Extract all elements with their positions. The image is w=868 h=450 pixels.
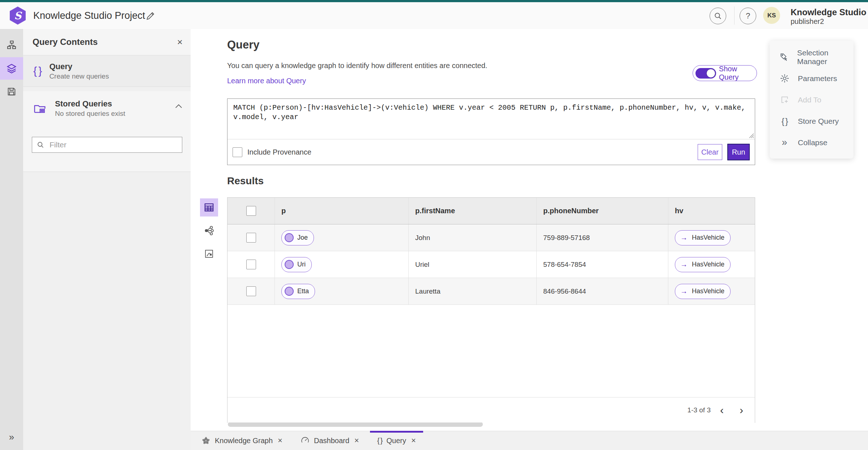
panel-header: Query Contents × [23,29,191,55]
edge-cell: → HasVehicle [668,278,755,304]
knowledge-graph-icon [201,436,210,445]
edge-chip-label: HasVehicle [692,234,724,241]
tab-label: Query [387,437,406,445]
previous-page-button[interactable]: ‹ [714,402,730,419]
node-chip[interactable]: Etta [281,284,315,299]
store-query-label: Store Query [798,117,839,126]
query-contents-panel: Query Contents × { } Query Create new qu… [23,29,191,450]
column-header-phonenumber[interactable]: p.phoneNumber [536,198,668,224]
table-row[interactable]: Etta Lauretta 846-956-8644 → HasVehicle [227,278,755,305]
project-title: Knowledge Studio Project [33,2,145,29]
clear-button[interactable]: Clear [698,144,722,160]
rail-save-button[interactable] [0,80,23,103]
node-chip[interactable]: Joe [281,230,314,245]
run-button[interactable]: Run [727,144,750,160]
rail-schema-button[interactable] [0,34,23,56]
user-info: Knowledge Studio publisher2 [791,7,866,26]
page-description: You can query a knowledge graph to ident… [227,62,487,70]
firstname-cell: Uriel [408,251,536,278]
page-title: Query [227,38,260,51]
toggle-switch[interactable] [695,68,716,79]
row-checkbox-cell [227,224,275,251]
graph-view-button[interactable] [200,222,218,240]
edge-chip-label: HasVehicle [692,261,724,268]
chevron-up-icon[interactable] [175,104,183,109]
stored-queries-filter[interactable] [32,137,182,153]
hierarchy-icon [7,40,17,50]
node-chip-label: Uri [297,261,306,268]
close-icon[interactable]: × [354,436,359,445]
double-chevron-right-icon: » [9,432,14,443]
user-avatar[interactable]: KS [763,7,780,24]
query-tools-panel: Selection Manager Parameters Add To [770,41,854,159]
table-footer: 1-3 of 3 ‹ › [227,397,755,422]
results-view-switcher [200,198,218,268]
search-icon [37,141,44,149]
phone-cell: 846-956-8644 [536,278,668,304]
include-provenance-checkbox[interactable] [233,147,242,157]
edge-chip[interactable]: → HasVehicle [675,284,731,299]
svg-text:S: S [14,10,22,22]
app-header: S Knowledge Studio Project ? KS Knowledg… [0,2,868,29]
column-header-hv[interactable]: hv [668,198,755,224]
column-header-p[interactable]: p [275,198,408,224]
collapse-item[interactable]: » Collapse [770,132,854,153]
main-content: Query You can query a knowledge graph to… [191,29,868,431]
save-floppy-icon [7,87,17,97]
query-textarea[interactable]: MATCH (p:Person)-[hv:HasVehicle]->(v:Veh… [227,99,755,139]
panel-close-button[interactable]: × [177,29,183,55]
appbar-divider [734,7,735,25]
close-icon[interactable]: × [278,436,282,445]
row-checkbox[interactable] [246,233,256,243]
query-item[interactable]: { } Query Create new queries [23,55,191,87]
close-icon: × [177,37,183,48]
table-row[interactable]: Joe John 759-889-57168 → HasVehicle [227,224,755,251]
braces-icon: { } [377,436,382,445]
resize-handle[interactable] [749,133,754,138]
query-editor-box: MATCH (p:Person)-[hv:HasVehicle]->(v:Veh… [227,98,755,165]
tab-query[interactable]: { } Query × [370,431,423,450]
global-search-button[interactable] [710,8,726,24]
arrow-right-icon: → [680,234,688,242]
tab-knowledge-graph[interactable]: Knowledge Graph × [194,431,290,450]
table-view-button[interactable] [200,198,218,216]
selection-manager-label: Selection Manager [797,49,854,66]
gear-icon [779,73,790,84]
column-header-firstname[interactable]: p.firstName [408,198,536,224]
dashboard-gauge-icon [301,436,310,445]
next-page-button[interactable]: › [733,402,750,419]
learn-more-link[interactable]: Learn more about Query [227,77,306,85]
table-icon [204,202,214,213]
edge-cell: → HasVehicle [668,251,755,278]
add-to-label: Add To [798,96,821,104]
select-all-checkbox[interactable] [246,206,256,216]
edge-chip[interactable]: → HasVehicle [675,257,731,272]
stored-queries-title: Stored Queries [55,99,125,109]
user-title: Knowledge Studio [791,7,866,17]
stored-queries-header[interactable]: Stored Queries No stored queries exist [23,99,191,118]
edit-title-pencil-icon[interactable] [145,11,156,21]
parameters-item[interactable]: Parameters [770,68,854,89]
row-checkbox[interactable] [246,286,256,296]
help-button[interactable]: ? [740,8,756,24]
row-checkbox[interactable] [246,260,256,269]
edge-chip[interactable]: → HasVehicle [675,230,731,245]
pagination-range: 1-3 of 3 [688,406,711,414]
scrollbar-thumb[interactable] [228,422,483,427]
table-row[interactable]: Uri Uriel 578-654-7854 → HasVehicle [227,251,755,278]
rail-expand-button[interactable]: » [0,429,23,445]
include-provenance-label: Include Provenance [247,148,311,156]
filter-input[interactable] [49,140,173,150]
node-chip[interactable]: Uri [281,257,312,272]
close-icon[interactable]: × [411,436,416,445]
selection-manager-item[interactable]: Selection Manager [770,46,854,68]
tab-label: Knowledge Graph [215,437,273,445]
rail-queries-button[interactable] [0,57,23,80]
tab-dashboard[interactable]: Dashboard × [293,431,366,450]
query-text: MATCH (p:Person)-[hv:HasVehicle]->(v:Veh… [233,104,745,121]
show-query-toggle[interactable]: Show Query [693,65,757,81]
chart-view-button[interactable] [200,245,218,263]
chevron-right-icon: › [740,404,743,416]
store-query-item[interactable]: { } Store Query [770,110,854,132]
query-item-text: Query Create new queries [49,62,109,80]
